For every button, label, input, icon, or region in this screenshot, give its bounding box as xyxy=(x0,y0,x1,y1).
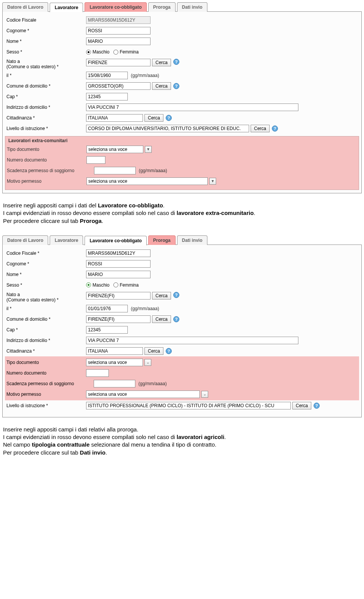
label-numero-documento: Numero documento xyxy=(6,370,86,376)
panel-lavoratore: Codice Fiscale Cognome * Nome * Sesso * … xyxy=(2,11,362,193)
indirizzo-input[interactable] xyxy=(86,337,298,344)
cognome-input[interactable] xyxy=(86,27,151,34)
help-icon[interactable]: ? xyxy=(173,59,179,65)
label-nato-a: Nato a (Comune o stato estero) * xyxy=(6,59,86,69)
codice-fiscale-input[interactable] xyxy=(86,16,151,24)
cittadinanza-input[interactable] xyxy=(86,114,143,122)
label-sesso: Sesso * xyxy=(6,49,86,55)
tipo-documento-value: seleziona una voce xyxy=(86,146,143,153)
cerca-cittadinanza-button[interactable]: Cerca xyxy=(144,347,163,355)
tabs-1: Datore di Lavoro Lavoratore Lavoratore c… xyxy=(2,2,362,12)
cap-input[interactable] xyxy=(86,326,128,334)
label-il: il * xyxy=(6,306,86,311)
extra-comunitari-title: Lavoratori extra-comunitari xyxy=(5,136,359,144)
help-icon[interactable]: ? xyxy=(314,403,320,409)
cerca-livello-button[interactable]: Cerca xyxy=(251,125,270,132)
help-icon[interactable]: ? xyxy=(173,83,179,89)
help-icon[interactable]: ? xyxy=(166,348,172,354)
nome-input[interactable] xyxy=(86,271,151,278)
label-motivo-permesso: Motivo permesso xyxy=(7,179,86,184)
label-cittadinanza: Cittadinanza * xyxy=(6,115,86,121)
label-codice-fiscale: Codice Fiscale * xyxy=(6,251,86,256)
label-livello-istruzione: Livello di istruzione * xyxy=(6,403,86,408)
cerca-livello-button[interactable]: Cerca xyxy=(292,402,311,409)
tab-coobbligato[interactable]: Lavoratore co-obbligato xyxy=(85,236,146,245)
nome-input[interactable] xyxy=(86,38,151,45)
tab-datore[interactable]: Datore di Lavoro xyxy=(2,2,48,12)
label-cittadinanza: Cittadinanza * xyxy=(6,348,86,354)
numero-documento-input[interactable] xyxy=(86,369,109,377)
radio-femmina[interactable] xyxy=(113,50,118,55)
cognome-input[interactable] xyxy=(86,260,151,268)
date-hint: (gg/mm/aaaa) xyxy=(138,381,167,386)
help-icon[interactable]: ? xyxy=(173,292,179,298)
motivo-permesso-select[interactable]: seleziona una voce ⌄ xyxy=(86,390,208,398)
chevron-down-icon: ▼ xyxy=(145,146,152,153)
help-icon[interactable]: ? xyxy=(173,316,179,322)
label-livello-istruzione: Livello di istruzione * xyxy=(6,126,86,131)
label-cap: Cap * xyxy=(6,327,86,332)
extra-comunitari-group: Lavoratori extra-comunitari Tipo documen… xyxy=(5,136,359,190)
label-cap: Cap * xyxy=(6,94,86,99)
instructions-2: Inserire negli appositi campi i dati rel… xyxy=(3,426,361,456)
tipo-documento-select[interactable]: seleziona una voce ▼ xyxy=(86,146,152,153)
cerca-comune-button[interactable]: Cerca xyxy=(152,82,171,90)
cerca-comune-button[interactable]: Cerca xyxy=(152,315,171,323)
comune-domicilio-input[interactable] xyxy=(86,315,151,323)
label-indirizzo: Indirizzo di domicilio * xyxy=(6,105,86,110)
tab-proroga[interactable]: Proroga xyxy=(148,2,176,12)
radio-maschio-label: Maschio xyxy=(93,49,110,55)
tab-datore[interactable]: Datore di Lavoro xyxy=(2,235,48,245)
label-indirizzo: Indirizzo di domicilio * xyxy=(6,338,86,343)
motivo-permesso-select[interactable]: seleziona una voce ▼ xyxy=(86,177,216,185)
label-tipo-documento: Tipo documento xyxy=(7,147,86,152)
radio-maschio[interactable] xyxy=(86,50,91,55)
cap-input[interactable] xyxy=(86,93,128,100)
date-hint: (gg/mm/aaaa) xyxy=(131,306,159,311)
radio-maschio[interactable] xyxy=(86,282,91,287)
tab-lavoratore[interactable]: Lavoratore xyxy=(50,235,83,245)
scadenza-permesso-input[interactable] xyxy=(94,167,136,174)
comune-domicilio-input[interactable] xyxy=(86,82,151,90)
radio-femmina[interactable] xyxy=(113,282,118,287)
cerca-cittadinanza-button[interactable]: Cerca xyxy=(144,114,163,122)
tab-dati-invio[interactable]: Dati invio xyxy=(177,235,207,245)
instructions-1: Inserire negli appositi campi i dati del… xyxy=(3,202,361,225)
il-input[interactable] xyxy=(86,72,128,79)
label-codice-fiscale: Codice Fiscale xyxy=(6,17,86,23)
radio-maschio-label: Maschio xyxy=(93,282,110,288)
label-nato-a: Nato a (Comune o stato estero) * xyxy=(6,292,86,303)
motivo-permesso-value: seleziona una voce xyxy=(86,177,208,185)
help-icon[interactable]: ? xyxy=(166,115,172,121)
tab-proroga-highlighted[interactable]: Proroga xyxy=(148,235,176,245)
date-hint: (gg/mm/aaaa) xyxy=(131,73,159,78)
tab-coobbligato-highlighted[interactable]: Lavoratore co-obbligato xyxy=(85,2,146,12)
label-motivo-permesso: Motivo permesso xyxy=(6,392,86,397)
chevron-down-icon: ▼ xyxy=(209,178,216,185)
codice-fiscale-input[interactable] xyxy=(86,249,151,257)
tab-lavoratore[interactable]: Lavoratore xyxy=(50,3,83,12)
label-sesso: Sesso * xyxy=(6,282,86,288)
label-scadenza-permesso: Scadenza permesso di soggiorno xyxy=(6,381,94,386)
scadenza-permesso-input[interactable] xyxy=(94,380,135,387)
label-numero-documento: Numero documento xyxy=(7,157,86,163)
help-icon[interactable]: ? xyxy=(272,125,278,132)
livello-istruzione-input[interactable] xyxy=(86,402,291,409)
extra-comunitari-block: Tipo documento seleziona una voce ⌄ Nume… xyxy=(5,356,359,400)
cittadinanza-input[interactable] xyxy=(86,347,143,355)
tipo-documento-select[interactable]: seleziona una voce ⌄ xyxy=(86,359,151,366)
label-comune-domicilio: Comune di domicilio * xyxy=(6,83,86,89)
tab-dati-invio[interactable]: Dati invio xyxy=(177,2,207,12)
label-scadenza-permesso: Scadenza permesso di soggiorno xyxy=(7,168,94,173)
nato-a-input[interactable] xyxy=(86,59,151,66)
numero-documento-input[interactable] xyxy=(86,156,105,164)
nato-a-input[interactable] xyxy=(86,292,151,300)
indirizzo-input[interactable] xyxy=(86,103,298,111)
il-input[interactable] xyxy=(86,305,128,312)
cerca-nato-a-button[interactable]: Cerca xyxy=(152,292,171,300)
radio-femmina-label: Femmina xyxy=(120,49,139,55)
livello-istruzione-input[interactable] xyxy=(86,125,249,132)
tabs-2: Datore di Lavoro Lavoratore Lavoratore c… xyxy=(2,235,362,245)
cerca-nato-a-button[interactable]: Cerca xyxy=(152,59,171,66)
radio-femmina-label: Femmina xyxy=(120,282,139,288)
